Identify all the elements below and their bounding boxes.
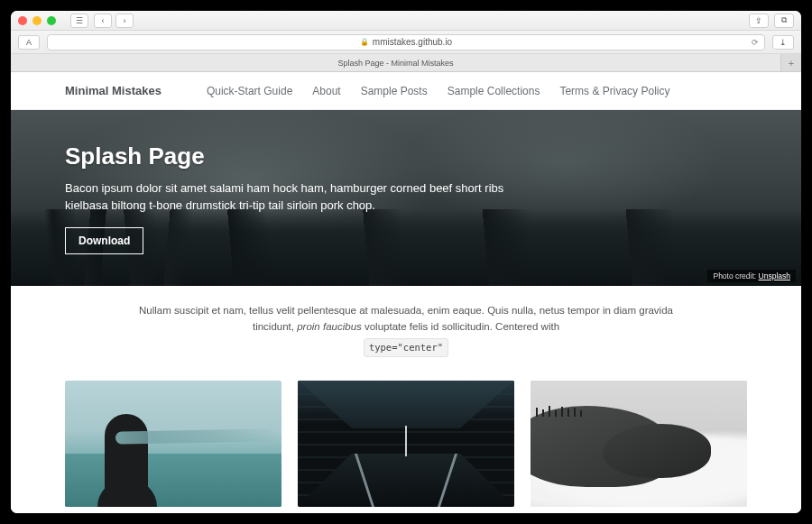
photo-credit: Photo credit: Unsplash: [707, 270, 796, 282]
credit-link[interactable]: Unsplash: [759, 271, 790, 280]
feature-row: [11, 364, 801, 507]
tab-title: Splash Page - Minimal Mistakes: [337, 59, 453, 68]
sidebar-toggle-button[interactable]: ☰: [70, 14, 88, 28]
back-forward-group: ‹ ›: [94, 14, 134, 28]
feature-card-3[interactable]: [531, 381, 747, 507]
nav-link-terms[interactable]: Terms & Privacy Policy: [559, 85, 669, 97]
traffic-lights: [18, 16, 56, 25]
nav-link-quickstart[interactable]: Quick-Start Guide: [207, 85, 292, 97]
nav-link-sample-posts[interactable]: Sample Posts: [361, 85, 428, 97]
browser-window: ☰ ‹ › ⇪ ⧉ A 🔒 mmistakes.github.io ⟳ ⤓ Sp…: [11, 11, 801, 513]
toolbar-nav-group: ☰: [70, 14, 88, 28]
download-button[interactable]: Download: [65, 227, 143, 254]
feature-card-1[interactable]: [65, 381, 281, 507]
url-bar[interactable]: 🔒 mmistakes.github.io ⟳: [47, 34, 765, 51]
feature-card-2[interactable]: [298, 381, 514, 507]
lock-icon: 🔒: [360, 38, 369, 46]
site-title[interactable]: Minimal Mistakes: [65, 84, 161, 97]
close-window-button[interactable]: [18, 16, 27, 25]
reader-button[interactable]: A: [18, 35, 40, 50]
forward-button[interactable]: ›: [115, 14, 134, 28]
tabs-button[interactable]: ⧉: [774, 14, 794, 28]
url-toolbar: A 🔒 mmistakes.github.io ⟳ ⤓: [11, 31, 801, 54]
reload-icon[interactable]: ⟳: [752, 38, 759, 47]
maximize-window-button[interactable]: [47, 16, 56, 25]
intro-emphasis: proin faucibus: [297, 321, 362, 332]
downloads-button[interactable]: ⤓: [772, 35, 794, 50]
intro-part-b: voluptate felis id sollicitudin. Centere…: [362, 321, 559, 332]
intro-code: type="center": [364, 338, 448, 357]
tab-bar: Splash Page - Minimal Mistakes +: [11, 54, 801, 72]
nav-link-about[interactable]: About: [312, 85, 340, 97]
hero-excerpt: Bacon ipsum dolor sit amet salami ham ho…: [65, 179, 534, 215]
nav-links: Quick-Start Guide About Sample Posts Sam…: [207, 85, 670, 97]
url-host: mmistakes.github.io: [373, 37, 452, 47]
hero: Splash Page Bacon ipsum dolor sit amet s…: [11, 110, 801, 286]
new-tab-button[interactable]: +: [781, 54, 801, 71]
minimize-window-button[interactable]: [32, 16, 42, 25]
nav-link-sample-collections[interactable]: Sample Collections: [448, 85, 540, 97]
credit-prefix: Photo credit:: [713, 271, 758, 280]
browser-tab[interactable]: Splash Page - Minimal Mistakes: [11, 54, 781, 71]
title-bar: ☰ ‹ › ⇪ ⧉: [11, 11, 801, 31]
hero-title: Splash Page: [65, 142, 747, 170]
page-content: Minimal Mistakes Quick-Start Guide About…: [11, 72, 801, 513]
share-button[interactable]: ⇪: [749, 14, 769, 28]
intro-text: Nullam suscipit et nam, tellus velit pel…: [11, 286, 801, 364]
site-nav: Minimal Mistakes Quick-Start Guide About…: [11, 72, 801, 110]
back-button[interactable]: ‹: [94, 14, 112, 28]
